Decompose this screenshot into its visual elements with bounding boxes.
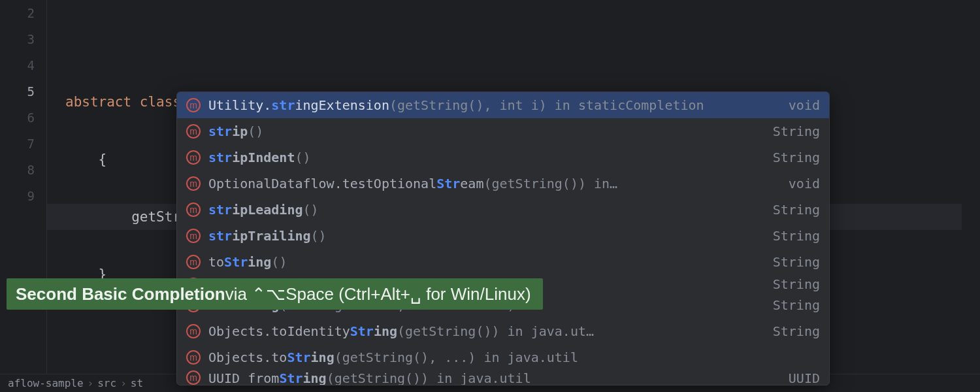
tip-banner-text: via ⌃⌥Space (Ctrl+Alt+␣ for Win/Linux) xyxy=(225,284,531,304)
method-icon: m xyxy=(186,324,201,338)
chevron-right-icon: › xyxy=(88,377,94,389)
completion-popup[interactable]: mUtility.stringExtension(getString(), in… xyxy=(176,91,830,385)
completion-return-type: String xyxy=(766,228,820,244)
completion-item[interactable]: mstripLeading()String xyxy=(177,197,829,223)
completion-return-type: String xyxy=(766,202,820,218)
completion-item[interactable]: mObjects.toString(getString(), ...) in j… xyxy=(177,344,829,370)
method-icon: m xyxy=(186,203,201,217)
code-editor[interactable]: 2 3 4 5 6 7 8 9 abstract class Usage { {… xyxy=(0,0,980,392)
line-number: 8 xyxy=(0,157,46,183)
line-number: 6 xyxy=(0,105,46,131)
completion-item[interactable]: mUUID fromString(getString()) in java.ut… xyxy=(177,370,829,385)
completion-signature: Objects.toString(getString(), ...) in ja… xyxy=(208,350,806,365)
completion-signature: toString() xyxy=(208,254,759,270)
completion-item-selected[interactable]: mUtility.stringExtension(getString(), in… xyxy=(177,92,829,118)
code-line[interactable] xyxy=(65,31,980,57)
completion-item[interactable]: mstripIndent()String xyxy=(177,144,829,171)
completion-item[interactable]: mtoString()String xyxy=(177,249,829,275)
method-icon: m xyxy=(186,350,201,365)
completion-signature: Utility.stringExtension(getString(), int… xyxy=(208,97,774,113)
completion-item[interactable]: mObjects.toIdentityString(getString()) i… xyxy=(177,318,829,344)
chevron-right-icon: › xyxy=(120,377,127,389)
completion-return-type: String xyxy=(766,323,820,339)
method-icon: m xyxy=(186,150,201,165)
line-number: 7 xyxy=(0,131,46,157)
completion-return-type: String xyxy=(766,123,820,139)
completion-signature: strip() xyxy=(208,123,759,139)
line-number: 4 xyxy=(0,52,46,78)
completion-item[interactable]: mOptionalDataflow.testOptionalStream(get… xyxy=(177,171,829,197)
method-icon: m xyxy=(186,255,201,269)
method-icon: m xyxy=(186,370,201,385)
completion-return-type: void xyxy=(782,97,820,113)
line-number-gutter: 2 3 4 5 6 7 8 9 xyxy=(0,0,47,392)
line-number-current: 5 xyxy=(0,78,46,105)
completion-signature: stripIndent() xyxy=(208,150,759,165)
breadcrumb-item[interactable]: aflow-sample xyxy=(4,377,88,389)
completion-return-type: void xyxy=(782,176,820,191)
completion-return-type: UUID xyxy=(782,370,820,385)
method-icon: m xyxy=(186,229,201,243)
tip-banner-title: Second Basic Completion xyxy=(16,284,225,304)
line-number: 9 xyxy=(0,183,46,209)
tip-banner: Second Basic Completion via ⌃⌥Space (Ctr… xyxy=(7,278,543,310)
completion-signature: stripTrailing() xyxy=(208,228,759,244)
completion-return-type: String xyxy=(766,150,820,165)
method-icon: m xyxy=(186,176,201,191)
method-icon: m xyxy=(186,98,201,112)
completion-signature: OptionalDataflow.testOptionalStream(getS… xyxy=(208,176,774,191)
completion-signature: UUID fromString(getString()) in java.uti… xyxy=(208,370,774,385)
completion-signature: stripLeading() xyxy=(208,202,759,218)
breadcrumb-item[interactable]: st xyxy=(127,377,147,389)
line-number: 3 xyxy=(0,26,46,52)
breadcrumb-item[interactable]: src xyxy=(93,377,120,389)
completion-return-type: String xyxy=(766,276,820,292)
method-icon: m xyxy=(186,124,201,139)
completion-signature: Objects.toIdentityString(getString()) in… xyxy=(208,323,759,339)
completion-item[interactable]: mstrip()String xyxy=(177,118,829,144)
completion-return-type: String xyxy=(766,297,820,313)
line-number: 2 xyxy=(0,0,46,26)
completion-item[interactable]: mstripTrailing()String xyxy=(177,223,829,249)
completion-return-type: String xyxy=(766,254,820,270)
